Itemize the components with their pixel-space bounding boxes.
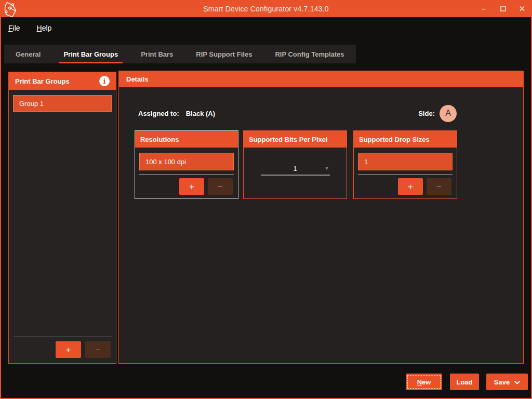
remove-drop-size-button[interactable]: − [427,178,451,195]
list-item-group[interactable]: Group 1 [13,95,112,112]
save-button-label: Save [494,378,510,386]
details-panel: Details Assigned to: Black (A) Side: A R… [118,71,524,364]
title-bar: Smart Device Configurator v4.7.143.0 – ✕ [0,0,532,17]
remove-group-button[interactable]: − [85,341,111,358]
info-icon[interactable]: i [99,76,110,86]
minimize-button[interactable]: – [480,5,487,12]
menu-bar: File Help [0,17,532,39]
load-button[interactable]: Load [450,374,479,390]
chevron-down-icon [514,381,520,384]
resolutions-title: Resolutions [140,136,179,143]
print-bar-groups-panel: Print Bar Groups i Group 1 + − [8,72,116,364]
tab-print-bars[interactable]: Print Bars [129,45,184,63]
side-badge: A [440,105,457,122]
bits-per-pixel-title: Supported Bits Per Pixel [249,136,328,143]
bits-per-pixel-value: 1 [293,165,297,172]
add-group-button[interactable]: + [56,341,81,358]
bits-per-pixel-header: Supported Bits Per Pixel [244,131,347,148]
print-bar-groups-header: Print Bar Groups i [9,72,116,90]
new-button[interactable]: New [406,374,442,390]
drop-sizes-panel: Supported Drop Sizes 1 + − [353,130,457,199]
save-button[interactable]: Save [486,374,528,390]
load-button-label: Load [456,378,472,386]
resolutions-header: Resolutions [135,131,238,148]
group-list: Group 1 [9,95,116,112]
close-button[interactable]: ✕ [518,5,526,12]
remove-resolution-button[interactable]: − [208,178,233,195]
maximize-button[interactable] [499,5,507,12]
assigned-to-value: Black (A) [186,110,215,117]
side-label: Side: [418,110,435,117]
add-drop-size-button[interactable]: + [398,178,423,195]
assigned-row: Assigned to: Black (A) Side: A [138,104,523,122]
drop-sizes-title: Supported Drop Sizes [359,136,430,143]
bits-per-pixel-dropdown[interactable]: 1 ▾ [261,162,330,176]
new-button-label: New [417,378,431,386]
menu-item-file[interactable]: File [8,24,20,32]
chevron-down-icon: ▾ [325,166,328,171]
divider [139,174,234,175]
divider [358,174,453,175]
details-title: Details [126,75,149,83]
resolutions-panel: Resolutions 100 x 100 dpi + − [135,130,238,199]
add-resolution-button[interactable]: + [179,178,204,195]
window-title: Smart Device Configurator v4.7.143.0 [203,5,328,13]
tab-rip-support-files[interactable]: RIP Support Files [184,45,263,63]
assigned-to-label: Assigned to: [138,110,179,117]
app-logo-icon [1,1,20,20]
maximize-icon [500,6,506,11]
group-list-actions: + − [13,337,112,358]
tab-print-bar-groups[interactable]: Print Bar Groups [52,45,129,63]
print-bar-groups-title: Print Bar Groups [15,77,70,85]
side-group: Side: A [418,105,457,122]
details-header: Details [119,71,523,87]
bits-per-pixel-panel: Supported Bits Per Pixel 1 ▾ [243,130,347,199]
list-item-drop-size[interactable]: 1 [358,153,453,170]
tab-rip-config-templates[interactable]: RIP Config Templates [263,45,355,63]
divider [13,337,112,337]
tab-strip: General Print Bar Groups Print Bars RIP … [4,45,356,63]
menu-item-help[interactable]: Help [37,24,52,32]
tab-general[interactable]: General [4,45,52,63]
drop-sizes-header: Supported Drop Sizes [354,131,457,148]
list-item-resolution[interactable]: 100 x 100 dpi [139,153,234,170]
window-controls: – ✕ [480,0,526,17]
